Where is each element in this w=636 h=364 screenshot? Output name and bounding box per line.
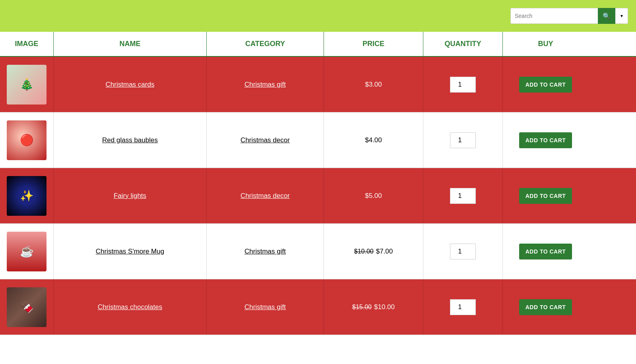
search-dropdown-button[interactable]: ▾ <box>615 8 628 24</box>
quantity-stepper[interactable] <box>450 299 476 315</box>
col-header-price: PRICE <box>324 32 423 56</box>
add-to-cart-button[interactable]: ADD TO CART <box>519 244 572 259</box>
quantity-stepper[interactable] <box>450 77 476 93</box>
product-price-cell: $4.00 <box>324 112 423 168</box>
product-name-link[interactable]: Christmas cards <box>106 81 155 89</box>
product-price: $3.00 <box>365 81 382 89</box>
product-quantity-cell <box>423 57 503 112</box>
product-name-cell: Red glass baubles <box>54 112 207 168</box>
product-price: $4.00 <box>365 136 382 144</box>
add-to-cart-button[interactable]: ADD TO CART <box>519 188 572 204</box>
table-row: ☕Christmas S'more MugChristmas gift$10.0… <box>0 224 636 279</box>
product-category-cell: Christmas gift <box>207 57 324 112</box>
product-name-cell: Fairy lights <box>54 168 207 223</box>
add-to-cart-button[interactable]: ADD TO CART <box>519 132 572 148</box>
product-name-link[interactable]: Fairy lights <box>114 192 146 200</box>
product-image-icon: 🍫 <box>7 287 47 327</box>
product-price-cell: $5.00 <box>324 168 423 223</box>
search-input[interactable] <box>510 8 598 24</box>
product-image-icon: ☕ <box>7 232 47 271</box>
product-price-cell: $15.00$10.00 <box>324 279 423 335</box>
add-to-cart-button[interactable]: ADD TO CART <box>519 77 572 93</box>
product-name-link[interactable]: Christmas chocolates <box>98 303 163 311</box>
table-row: 🍫Christmas chocolatesChristmas gift$15.0… <box>0 279 636 335</box>
col-header-image: IMAGE <box>0 32 54 56</box>
product-price-original: $10.00 <box>354 248 374 255</box>
quantity-stepper[interactable] <box>450 244 476 259</box>
product-price-cell: $3.00 <box>324 57 423 112</box>
product-quantity-cell <box>423 279 503 335</box>
product-image-icon: 🎄 <box>7 65 47 105</box>
quantity-stepper[interactable] <box>450 132 476 148</box>
product-category-cell: Christmas gift <box>207 224 324 279</box>
product-image: 🔴 <box>7 120 47 160</box>
search-container: 🔍 ▾ <box>510 8 628 24</box>
product-name-link[interactable]: Red glass baubles <box>102 136 158 144</box>
product-category-cell: Christmas gift <box>207 279 324 335</box>
product-image-cell: ☕ <box>0 224 54 279</box>
product-category-link[interactable]: Christmas gift <box>244 248 286 256</box>
table-row: 🔴Red glass baublesChristmas decor$4.00AD… <box>0 112 636 168</box>
product-category-link[interactable]: Christmas gift <box>244 81 286 89</box>
table-row: 🎄Christmas cardsChristmas gift$3.00ADD T… <box>0 57 636 112</box>
product-quantity-cell <box>423 168 503 223</box>
col-header-quantity: QUANTITY <box>423 32 503 56</box>
product-name-cell: Christmas cards <box>54 57 207 112</box>
add-to-cart-button[interactable]: ADD TO CART <box>519 299 572 315</box>
search-button[interactable]: 🔍 <box>598 8 615 24</box>
product-category-cell: Christmas decor <box>207 112 324 168</box>
table-row: ✨Fairy lightsChristmas decor$5.00ADD TO … <box>0 168 636 224</box>
product-buy-cell: ADD TO CART <box>503 57 588 112</box>
product-image: 🍫 <box>7 287 47 327</box>
product-category-cell: Christmas decor <box>207 168 324 223</box>
product-price-sale: $10.00 <box>374 303 395 311</box>
product-quantity-cell <box>423 112 503 168</box>
header: 🔍 ▾ <box>0 0 636 32</box>
product-price: $5.00 <box>365 192 382 200</box>
product-buy-cell: ADD TO CART <box>503 224 588 279</box>
col-header-name: NAME <box>54 32 207 56</box>
product-name-link[interactable]: Christmas S'more Mug <box>96 248 164 256</box>
product-image: ☕ <box>7 232 47 271</box>
product-category-link[interactable]: Christmas decor <box>240 192 290 200</box>
product-list: 🎄Christmas cardsChristmas gift$3.00ADD T… <box>0 57 636 335</box>
product-image: ✨ <box>7 176 47 216</box>
product-image-cell: 🔴 <box>0 112 54 168</box>
product-category-link[interactable]: Christmas gift <box>244 303 286 311</box>
product-price-original: $15.00 <box>352 304 372 311</box>
table-header: IMAGE NAME CATEGORY PRICE QUANTITY BUY <box>0 32 636 57</box>
product-quantity-cell <box>423 224 503 279</box>
product-price-sale: $7.00 <box>376 248 393 256</box>
product-buy-cell: ADD TO CART <box>503 112 588 168</box>
product-image-cell: 🎄 <box>0 57 54 112</box>
product-buy-cell: ADD TO CART <box>503 168 588 223</box>
product-name-cell: Christmas S'more Mug <box>54 224 207 279</box>
search-icon: 🔍 <box>603 12 611 20</box>
product-image-cell: 🍫 <box>0 279 54 335</box>
col-header-category: CATEGORY <box>207 32 324 56</box>
product-buy-cell: ADD TO CART <box>503 279 588 335</box>
product-image-icon: 🔴 <box>7 120 47 160</box>
product-image-cell: ✨ <box>0 168 54 223</box>
product-image: 🎄 <box>7 65 47 105</box>
product-price-cell: $10.00$7.00 <box>324 224 423 279</box>
chevron-down-icon: ▾ <box>620 13 623 19</box>
col-header-buy: BUY <box>503 32 588 56</box>
product-name-cell: Christmas chocolates <box>54 279 207 335</box>
quantity-stepper[interactable] <box>450 188 476 204</box>
product-category-link[interactable]: Christmas decor <box>240 136 290 144</box>
product-image-icon: ✨ <box>7 176 47 216</box>
